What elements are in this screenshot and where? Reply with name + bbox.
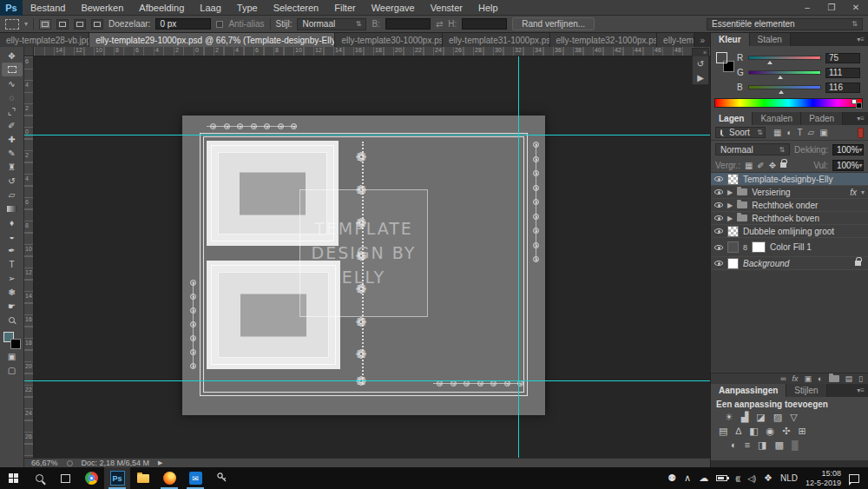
channel-mixer-icon[interactable]: ✣ bbox=[782, 425, 790, 437]
link-layers-icon[interactable]: ∞ bbox=[780, 374, 786, 383]
tab-paden[interactable]: Paden bbox=[801, 112, 843, 125]
expand-panels-icon[interactable]: » bbox=[693, 49, 708, 56]
chevron-up-icon[interactable]: ∧ bbox=[684, 472, 691, 484]
close-button[interactable]: ✕ bbox=[844, 0, 868, 16]
hand-tool[interactable]: ☛ bbox=[2, 299, 23, 313]
background-color-swatch[interactable] bbox=[10, 339, 21, 349]
color-lookup-icon[interactable]: ⊞ bbox=[798, 425, 806, 437]
task-view-button[interactable] bbox=[52, 467, 78, 489]
action-center-icon[interactable] bbox=[849, 474, 859, 483]
move-tool[interactable]: ✥ bbox=[2, 49, 23, 63]
visibility-eye-icon[interactable] bbox=[714, 228, 723, 234]
width-input[interactable] bbox=[385, 18, 431, 30]
selective-color-icon[interactable]: ▩ bbox=[774, 439, 783, 451]
document-canvas[interactable]: TEMPLATE DESIGN BY ELLY ❁❁❁❁❁❁❁❁ bbox=[182, 116, 545, 415]
layer-style-icon[interactable]: fx bbox=[792, 374, 799, 383]
layer-row[interactable]: ▶Rechthoek boven bbox=[711, 212, 868, 225]
lock-position-icon[interactable]: ✥ bbox=[769, 161, 776, 170]
layer-row[interactable]: ▶Versieringfx▾ bbox=[711, 186, 868, 199]
menu-weergave[interactable]: Weergave bbox=[364, 0, 423, 16]
filter-shape-layers-icon[interactable]: ▱ bbox=[808, 128, 815, 137]
document-tab[interactable]: elly-template31-1000px.psd× bbox=[443, 33, 550, 47]
filter-adjustment-layers-icon[interactable]: ◐ bbox=[786, 128, 792, 137]
battery-icon[interactable] bbox=[716, 475, 727, 481]
vibrance-icon[interactable]: ▽ bbox=[790, 411, 797, 423]
blend-mode-select[interactable]: Normaal ⇅ bbox=[715, 143, 790, 155]
selection-subtract-icon[interactable] bbox=[74, 19, 86, 30]
levels-icon[interactable]: ▟ bbox=[741, 411, 748, 423]
threshold-icon[interactable]: ◨ bbox=[758, 439, 766, 451]
lock-pixels-icon[interactable]: ✐ bbox=[757, 161, 764, 170]
visibility-eye-icon[interactable] bbox=[714, 189, 723, 195]
brush-tool[interactable]: ✎ bbox=[2, 146, 23, 160]
slider-thumb-icon[interactable] bbox=[779, 90, 784, 94]
start-button[interactable] bbox=[0, 467, 26, 489]
panel-menu-icon[interactable]: ▾≡ bbox=[857, 33, 868, 46]
layer-thumbnail[interactable] bbox=[727, 241, 739, 253]
menu-filter[interactable]: Filter bbox=[326, 0, 363, 16]
hue-saturation-icon[interactable]: ▤ bbox=[719, 425, 727, 437]
menu-laag[interactable]: Laag bbox=[192, 0, 228, 16]
crop-tool[interactable]: ⌞⌝ bbox=[2, 104, 23, 118]
menu-bestand[interactable]: Bestand bbox=[23, 0, 73, 16]
delete-layer-icon[interactable]: ▯ bbox=[858, 374, 863, 383]
selection-new-icon[interactable] bbox=[39, 19, 51, 30]
eraser-tool[interactable]: ▱ bbox=[2, 188, 23, 202]
eyedropper-tool[interactable]: ✐ bbox=[2, 118, 23, 132]
vertical-guide[interactable] bbox=[518, 56, 519, 458]
style-select[interactable]: Normaal ⇅ bbox=[297, 18, 366, 30]
channel-slider[interactable] bbox=[748, 56, 821, 60]
zoom-tool[interactable] bbox=[2, 313, 23, 327]
workspace-select[interactable]: Essentiële elementen ⇅ bbox=[707, 18, 863, 30]
document-tab[interactable]: elly-template32-1000px.psd× bbox=[550, 33, 658, 47]
tab-overflow-icon[interactable]: » bbox=[694, 33, 710, 47]
curves-icon[interactable]: ◪ bbox=[756, 411, 765, 423]
black-white-icon[interactable]: ◧ bbox=[749, 425, 758, 437]
layer-row[interactable]: Template-designby-Elly bbox=[711, 173, 868, 186]
rectangular-marquee-tool[interactable] bbox=[2, 63, 23, 76]
photoshop-taskbar-icon[interactable]: Ps bbox=[104, 467, 130, 489]
gradient-map-icon[interactable]: ▒ bbox=[792, 439, 799, 451]
expand-group-icon[interactable]: ▶ bbox=[727, 215, 733, 222]
menu-venster[interactable]: Venster bbox=[423, 0, 470, 16]
visibility-eye-icon[interactable] bbox=[714, 176, 723, 182]
horizontal-guide[interactable] bbox=[24, 135, 710, 135]
dodge-tool[interactable]: ◒ bbox=[2, 229, 23, 243]
opacity-input[interactable]: 100% ▾ bbox=[832, 144, 864, 155]
custom-shape-tool[interactable]: ❃ bbox=[2, 285, 23, 299]
photo-filter-icon[interactable]: ◉ bbox=[766, 425, 775, 437]
visibility-eye-icon[interactable] bbox=[714, 245, 723, 250]
color-spectrum-bar[interactable] bbox=[714, 98, 863, 108]
status-arrow-icon[interactable]: ▶ bbox=[158, 459, 162, 466]
tool-preset-icon[interactable] bbox=[5, 19, 19, 30]
quick-selection-tool[interactable]: ◌ bbox=[2, 90, 23, 104]
tab-lagen[interactable]: Lagen bbox=[711, 112, 753, 125]
minimize-button[interactable]: – bbox=[795, 0, 819, 16]
expand-group-icon[interactable]: ▶ bbox=[727, 188, 733, 196]
exposure-icon[interactable]: ▨ bbox=[773, 411, 782, 423]
history-panel-icon[interactable]: ↺ bbox=[693, 56, 708, 70]
menu-bewerken[interactable]: Bewerken bbox=[73, 0, 131, 16]
dropbox-icon[interactable]: ❖ bbox=[764, 472, 773, 484]
tab-kanalen[interactable]: Kanalen bbox=[753, 112, 801, 125]
new-layer-icon[interactable]: ▤ bbox=[845, 374, 853, 383]
slider-thumb-icon[interactable] bbox=[767, 61, 773, 64]
visibility-eye-icon[interactable] bbox=[714, 261, 723, 266]
actions-panel-icon[interactable]: ▶ bbox=[693, 70, 708, 84]
menu-selecteren[interactable]: Selecteren bbox=[266, 0, 327, 16]
horizontal-guide[interactable] bbox=[24, 380, 710, 381]
layer-thumbnail[interactable] bbox=[727, 258, 739, 269]
invert-icon[interactable]: ◐ bbox=[731, 439, 737, 451]
tool-preset-caret-icon[interactable]: ▾ bbox=[24, 20, 28, 28]
panel-menu-icon[interactable]: ▾≡ bbox=[857, 112, 868, 125]
tab-aanpassingen[interactable]: Aanpassingen bbox=[711, 384, 786, 397]
document-tab[interactable]: elly-template30-1000px.psd× bbox=[335, 33, 443, 47]
zoom-level[interactable]: 66,67% bbox=[31, 459, 58, 467]
slider-thumb-icon[interactable] bbox=[778, 76, 783, 79]
browser-icon[interactable] bbox=[78, 467, 104, 489]
pen-tool[interactable]: ✒ bbox=[2, 243, 23, 257]
layer-row[interactable]: ▶Rechthoek onder bbox=[711, 199, 868, 212]
firefox-icon[interactable] bbox=[156, 467, 182, 489]
antialias-checkbox[interactable] bbox=[216, 21, 223, 28]
wifi-icon[interactable]: ((( bbox=[735, 474, 740, 482]
